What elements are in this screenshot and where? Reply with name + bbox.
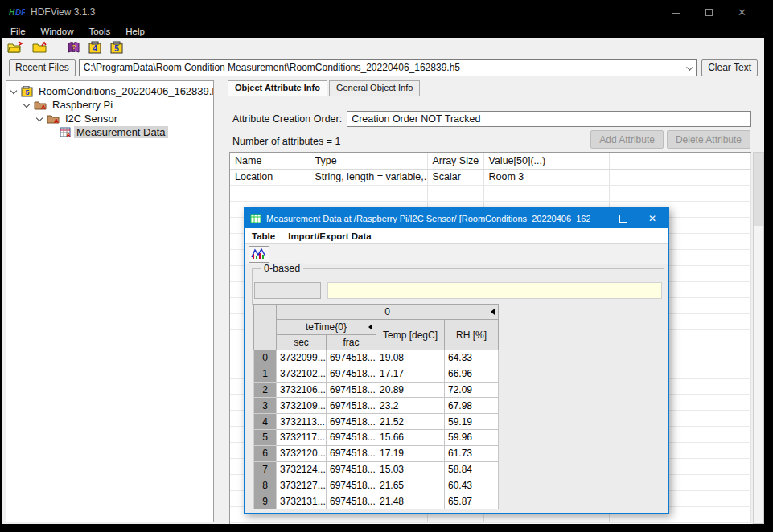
clear-text-button[interactable]: Clear Text (701, 59, 758, 76)
delete-attribute-button[interactable]: Delete Attribute (667, 130, 750, 149)
tree-item-measurement-data[interactable]: A Measurement Data (8, 125, 212, 139)
selection-position-field[interactable] (254, 282, 321, 299)
measurement-cell-temp[interactable]: 17.19 (376, 445, 445, 461)
measurement-cell-rh[interactable]: 58.84 (445, 461, 499, 477)
menu-tools[interactable]: Tools (88, 27, 110, 36)
maximize-button[interactable] (619, 215, 627, 223)
measurement-cell-rh[interactable]: 65.87 (445, 493, 499, 509)
measurement-cell-temp[interactable]: 15.66 (376, 429, 445, 445)
row-index-header[interactable]: 8 (254, 477, 277, 493)
measurement-cell-frac[interactable]: 6974518... (327, 366, 376, 382)
measurement-cell-frac[interactable]: 6974518... (327, 414, 376, 430)
row-index-header[interactable]: 5 (254, 429, 277, 445)
tree-item-raspberry-pi[interactable]: A Raspberry Pi (8, 98, 212, 112)
corner-header[interactable] (254, 305, 277, 350)
tree-item-label[interactable]: Raspberry Pi (50, 99, 115, 111)
measurement-cell-rh[interactable]: 66.96 (445, 366, 499, 382)
col-header-value[interactable]: Value[50](...) (483, 153, 609, 169)
add-attribute-button[interactable]: Add Attribute (590, 130, 664, 149)
measurement-cell-sec[interactable]: 3732124... (277, 461, 327, 477)
measurement-cell-rh[interactable]: 67.98 (445, 398, 499, 414)
maximize-button[interactable] (705, 8, 713, 17)
hdf5-library-icon[interactable]: 5 (109, 41, 124, 54)
measurement-cell-rh[interactable]: 59.96 (445, 429, 499, 445)
rh-column-header[interactable]: RH [%] (445, 320, 499, 350)
tree-item-i2c-sensor[interactable]: A I2C Sensor (8, 112, 212, 125)
measurement-cell-sec[interactable]: 3732099... (277, 350, 327, 366)
measurement-cell-temp[interactable]: 15.03 (376, 461, 445, 477)
measurement-cell-sec[interactable]: 3732113... (277, 414, 327, 430)
menu-help[interactable]: Help (125, 27, 145, 36)
measurement-cell-rh[interactable]: 72.09 (445, 382, 499, 398)
recent-files-button[interactable]: Recent Files (9, 59, 76, 76)
measurement-cell-frac[interactable]: 6974518... (327, 461, 376, 477)
child-titlebar[interactable]: Measurement Data at /Raspberry Pi/I2C Se… (245, 209, 668, 228)
tree-item-label[interactable]: RoomConditions_20220406_162839.h5 (36, 85, 214, 97)
measurement-cell-frac[interactable]: 6974518... (327, 350, 376, 366)
close-button[interactable]: ✕ (738, 8, 746, 17)
attribute-row[interactable]: Location String, length = variable,... S… (230, 169, 751, 185)
col-header-type[interactable]: Type (310, 153, 427, 169)
hdf4-library-icon[interactable]: 4 (88, 41, 102, 54)
frac-column-header[interactable]: frac (327, 335, 376, 350)
file-path-combobox[interactable]: C:\ProgramData\Room Condition Measuremen… (79, 59, 697, 76)
collapse-triangle-icon[interactable] (491, 309, 495, 315)
row-index-header[interactable]: 2 (254, 382, 277, 398)
tree-item-label[interactable]: Measurement Data (74, 126, 168, 138)
measurement-cell-frac[interactable]: 6974518... (327, 445, 376, 461)
row-index-header[interactable]: 1 (254, 366, 277, 382)
measurement-cell-frac[interactable]: 6974518... (327, 477, 376, 493)
expander-icon[interactable] (36, 114, 43, 121)
cell-value-field[interactable] (327, 282, 662, 299)
measurement-cell-rh[interactable]: 64.33 (445, 350, 499, 366)
close-file-icon[interactable] (31, 41, 48, 53)
minimize-button[interactable] (590, 215, 598, 223)
menu-table[interactable]: Table (252, 231, 275, 241)
tree-item-label[interactable]: I2C Sensor (63, 113, 120, 125)
measurement-cell-sec[interactable]: 3732127... (277, 477, 327, 493)
minimize-button[interactable] (672, 8, 680, 17)
chevron-down-icon[interactable] (686, 63, 693, 70)
expander-icon[interactable] (10, 87, 17, 93)
measurement-cell-frac[interactable]: 6974518... (327, 493, 376, 509)
measurement-cell-temp[interactable]: 19.08 (376, 350, 445, 366)
tree-item-file[interactable]: 5 RoomConditions_20220406_162839.h5 (8, 84, 212, 98)
sec-column-header[interactable]: sec (277, 335, 327, 350)
vertical-scrollbar[interactable] (753, 152, 764, 524)
tetime-group-header[interactable]: teTime{0} (277, 320, 376, 335)
open-file-icon[interactable] (7, 41, 24, 53)
measurement-cell-temp[interactable]: 20.89 (376, 382, 445, 398)
row-index-header[interactable]: 3 (254, 398, 277, 414)
measurement-cell-sec[interactable]: 3732102... (277, 366, 327, 382)
row-index-header[interactable]: 7 (254, 461, 277, 477)
attr-name-cell[interactable]: Location (230, 169, 310, 185)
attr-type-cell[interactable]: String, length = variable,... (310, 169, 427, 185)
measurement-cell-temp[interactable]: 21.48 (376, 493, 445, 509)
tab-general-object-info[interactable]: General Object Info (329, 80, 420, 96)
measurement-cell-rh[interactable]: 61.73 (445, 445, 499, 461)
menu-file[interactable]: File (10, 27, 26, 36)
measurement-cell-temp[interactable]: 17.17 (376, 366, 445, 382)
col-header-name[interactable]: Name (230, 153, 310, 169)
row-index-header[interactable]: 4 (254, 414, 277, 430)
measurement-cell-sec[interactable]: 3732117... (277, 429, 327, 445)
collapse-triangle-icon[interactable] (368, 324, 372, 330)
measurement-cell-frac[interactable]: 6974518... (327, 398, 376, 414)
temp-column-header[interactable]: Temp [degC] (376, 320, 445, 350)
attr-value-cell[interactable]: Room 3 (483, 169, 609, 185)
close-button[interactable]: ✕ (648, 215, 656, 223)
measurement-cell-sec[interactable]: 3732109... (277, 398, 327, 414)
measurement-cell-frac[interactable]: 6974518... (327, 382, 376, 398)
scrollbar-thumb[interactable] (754, 153, 763, 226)
row-index-header[interactable]: 9 (254, 493, 277, 509)
attr-array-size-cell[interactable]: Scalar (427, 169, 483, 185)
measurement-cell-sec[interactable]: 3732106... (277, 382, 327, 398)
measurement-cell-rh[interactable]: 59.19 (445, 414, 499, 430)
menu-import-export-data[interactable]: Import/Export Data (288, 231, 372, 241)
measurement-cell-sec[interactable]: 3732131... (277, 493, 327, 509)
measurement-cell-temp[interactable]: 23.2 (376, 398, 445, 414)
line-chart-icon[interactable] (249, 246, 269, 263)
measurement-cell-sec[interactable]: 3732120... (277, 445, 327, 461)
row-index-header[interactable]: 0 (254, 350, 277, 366)
row-index-header[interactable]: 6 (254, 445, 277, 461)
